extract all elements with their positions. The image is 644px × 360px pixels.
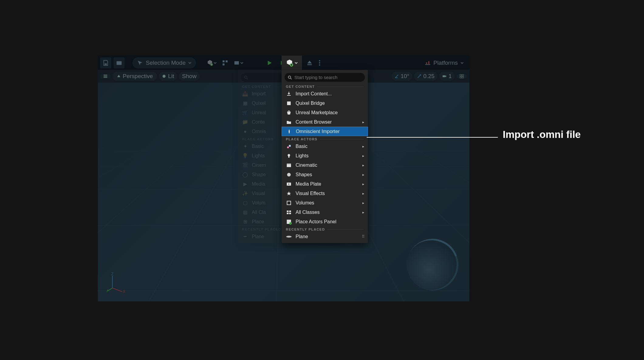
svg-rect-41	[289, 213, 291, 214]
menu-omniscient-importer[interactable]: Omniscient Importer	[282, 127, 368, 136]
vfx-icon	[286, 190, 292, 197]
svg-point-23	[245, 76, 247, 78]
svg-rect-32	[288, 156, 289, 158]
menu-unreal-marketplace[interactable]: Unreal Marketplace	[282, 108, 368, 117]
import-icon	[286, 91, 292, 97]
menu-cinematic[interactable]: Cinematic▸	[282, 160, 368, 170]
svg-line-27	[290, 78, 292, 79]
menu-search-input[interactable]	[294, 75, 362, 80]
menu-import-content[interactable]: Import Content...	[282, 89, 368, 98]
chevron-right-icon: ▸	[362, 210, 364, 214]
svg-point-35	[287, 173, 291, 177]
volumes-icon	[286, 200, 292, 206]
shapes-icon	[286, 172, 292, 178]
callout-label: Import .omni file	[503, 129, 581, 140]
menu-shapes[interactable]: Shapes▸	[282, 170, 368, 179]
menu-basic[interactable]: Basic▸	[282, 142, 368, 151]
omniscient-icon	[286, 129, 292, 135]
panel-icon	[286, 219, 292, 225]
folder-icon	[286, 119, 292, 125]
svg-point-44	[286, 236, 292, 238]
svg-rect-28	[287, 101, 291, 105]
menu-all-classes[interactable]: All Classes▸	[282, 207, 368, 217]
search-icon	[288, 75, 292, 80]
lights-icon	[286, 153, 292, 159]
svg-rect-38	[287, 211, 289, 212]
menu-volumes[interactable]: Volumes▸	[282, 198, 368, 207]
menu-quixel-bridge[interactable]: Quixel Bridge	[282, 98, 368, 108]
add-content-trigger[interactable]	[282, 56, 302, 70]
chevron-right-icon: ▸	[362, 191, 364, 196]
cinematic-icon	[286, 162, 292, 168]
menu-lights[interactable]: Lights▸	[282, 151, 368, 160]
svg-rect-37	[287, 201, 291, 205]
callout-line	[367, 137, 498, 138]
section-get-content: GET CONTENT	[282, 84, 368, 89]
menu-media-plate[interactable]: Media Plate▸	[282, 179, 368, 189]
chevron-right-icon: ▸	[362, 163, 364, 167]
chevron-right-icon: ▸	[362, 201, 364, 205]
menu-search-row[interactable]	[285, 73, 365, 82]
placement-menu: GET CONTENT Import Content... Quixel Bri…	[282, 70, 368, 243]
chevron-right-icon: ▸	[362, 182, 364, 186]
menu-recent-plane[interactable]: Plane⠿	[282, 232, 368, 241]
marketplace-icon	[286, 110, 292, 116]
quixel-icon	[286, 100, 292, 106]
all-classes-icon	[286, 209, 292, 215]
drag-grip-icon[interactable]: ⠿	[362, 234, 364, 239]
svg-line-24	[247, 78, 248, 79]
chevron-right-icon: ▸	[362, 154, 364, 158]
svg-point-31	[288, 154, 290, 156]
menu-place-actors-panel[interactable]: Place Actors Panel	[282, 217, 368, 226]
svg-rect-40	[287, 213, 289, 214]
menu-visual-effects[interactable]: Visual Effects▸	[282, 189, 368, 198]
svg-rect-33	[287, 164, 291, 167]
plane-icon	[286, 234, 292, 240]
media-plate-icon	[286, 181, 292, 187]
chevron-right-icon: ▸	[362, 144, 364, 149]
chevron-right-icon: ▸	[362, 173, 364, 177]
basic-icon	[286, 143, 292, 149]
svg-point-26	[288, 76, 291, 78]
chevron-right-icon: ▸	[362, 120, 364, 124]
section-recently-placed: RECENTLY PLACED	[282, 226, 368, 232]
section-place-actors: PLACE ACTORS	[282, 136, 368, 142]
menu-content-browser[interactable]: Content Browser▸	[282, 117, 368, 127]
svg-point-29	[287, 146, 289, 148]
svg-rect-39	[289, 211, 291, 212]
svg-rect-34	[287, 163, 291, 164]
svg-rect-30	[289, 145, 291, 147]
